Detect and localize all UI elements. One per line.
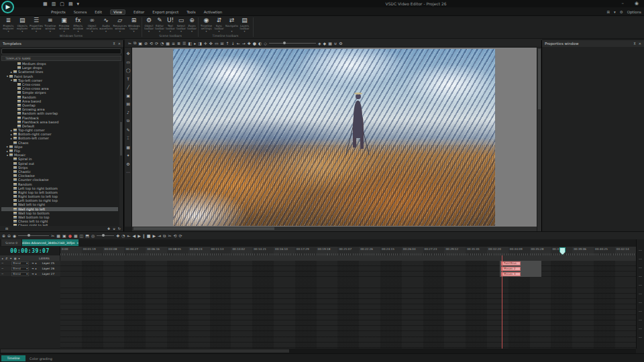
add-chart-icon[interactable]: ▦ (126, 145, 130, 149)
sync-toolbar-button[interactable]: ⇵Sync toolbar▾ (213, 16, 225, 32)
effects-window-button[interactable]: fxEffects window▾ (71, 16, 85, 32)
close-icon[interactable]: ✕ (639, 42, 641, 46)
text-toolbar-button[interactable]: U!Text toolbar▾ (165, 16, 176, 32)
zoom-fit-icon[interactable]: ◉ (13, 233, 16, 238)
scene-preview-image[interactable] (173, 49, 495, 226)
add-counter-icon[interactable]: ⌶ (127, 135, 129, 141)
zoom-toolbar-button[interactable]: ⊕Zoom toolbar▾ (186, 16, 197, 32)
go-end-icon[interactable]: ⇥ (158, 233, 161, 238)
save-project-icon[interactable]: ▦ (43, 1, 48, 7)
menu-item-activation[interactable]: Activation (204, 10, 223, 14)
copy-icon[interactable]: ⧉ (133, 40, 136, 46)
add-rectangle-icon[interactable]: ▭ (126, 60, 130, 64)
export-project-icon[interactable]: ▤ (68, 1, 73, 7)
zoom-slider-slider-thumb[interactable] (283, 42, 286, 44)
track-header-icon-0[interactable]: ▾ (19, 257, 20, 260)
track-header-icon-2[interactable]: ✦ (9, 257, 11, 260)
menu-item-tools[interactable]: Tools (186, 10, 196, 14)
minimize-button[interactable]: – (622, 1, 625, 6)
menu-item-view[interactable]: View (110, 9, 125, 15)
settings-icon[interactable]: ⚙ (339, 41, 342, 46)
contrast-icon[interactable]: ◐ (258, 41, 262, 46)
redo-icon[interactable]: ⟳ (155, 41, 158, 46)
track-collapse-icon[interactable]: − (1, 267, 3, 270)
dependencies-window-button[interactable]: ∞Object relations▾ (85, 16, 99, 32)
go-start-icon[interactable]: ⇤ (127, 233, 130, 238)
delete-icon[interactable]: ⊘ (144, 41, 148, 46)
arrow-right-icon[interactable]: → (242, 41, 246, 46)
add-line-icon[interactable]: ╱ (127, 84, 129, 89)
track-play-icon[interactable]: ▸ (36, 261, 37, 265)
blend-mode-select[interactable]: Blend▾ (11, 267, 29, 271)
collapse-tree-icon[interactable]: ⊟ (5, 227, 8, 231)
snap-icon[interactable]: ⊞ (221, 41, 224, 46)
add-effect-icon[interactable]: ✦ (126, 153, 129, 158)
menu-item-projects[interactable]: Projects (51, 10, 66, 14)
tool-settings-icon[interactable]: ⚙ (126, 162, 129, 166)
account-icon[interactable]: ◉ (635, 1, 639, 6)
track-header-icon-1[interactable]: ▦ (14, 257, 17, 260)
stop-icon[interactable]: ■ (147, 233, 151, 238)
options-button[interactable]: Options (627, 10, 641, 14)
zoom-out-icon[interactable]: ⊖ (7, 233, 11, 238)
cut-icon[interactable]: ✂ (128, 41, 131, 46)
trim-icon[interactable]: ⬒ (85, 233, 89, 238)
add-text-icon[interactable]: T (127, 76, 129, 81)
tab-close-icon[interactable]: ✕ (76, 241, 78, 245)
arrow-up-icon[interactable]: ↑ (226, 41, 229, 46)
windows-layout-button[interactable]: ⊞Windows layout▾ (127, 16, 141, 32)
navigation-toolbar-button[interactable]: ⇄Navigation▾ (225, 16, 238, 32)
timeline-horizontal-scrollbar[interactable] (0, 349, 636, 353)
tab-color-grading[interactable]: Color grading (30, 354, 52, 362)
scene-canvas[interactable] (132, 48, 537, 227)
add-audio-icon[interactable]: ♪ (127, 110, 129, 115)
tab-timeline[interactable]: Timeline (1, 355, 25, 361)
align-3-icon[interactable]: ☰ (182, 41, 186, 46)
resources-window-button[interactable]: ▱Resources window▾ (113, 16, 127, 32)
track-collapse-icon[interactable]: − (1, 261, 3, 265)
track-arrow-icon[interactable]: ↠ (32, 261, 34, 265)
shape-1-icon[interactable]: ◈ (318, 41, 321, 46)
canvas-horizontal-scrollbar[interactable] (132, 227, 537, 231)
add-freehand-icon[interactable]: ✎ (126, 127, 129, 132)
add-video-icon[interactable]: ▤ (126, 101, 130, 106)
zoom-in-icon[interactable]: ⊕ (2, 233, 5, 238)
timeline-grid[interactable] (60, 255, 636, 349)
align-left-icon[interactable]: ◧ (188, 41, 192, 46)
grid-icon[interactable]: ▦ (166, 41, 170, 46)
objects-explorer-button[interactable]: ▤Objects explorer▾ (15, 16, 30, 32)
new-project-icon[interactable]: ▢ (60, 1, 64, 7)
zoom-slider-slider-thumb[interactable] (28, 234, 30, 237)
pause-icon[interactable]: ‖ (143, 233, 145, 238)
position-icon[interactable]: ✜ (209, 41, 213, 46)
tab-scene-0[interactable]: Scene 0 (1, 239, 21, 246)
layout-icon[interactable]: ⊞ (606, 10, 610, 14)
insert-icon[interactable]: ▦ (74, 233, 78, 238)
next-frame-icon[interactable]: ▶ (152, 233, 156, 238)
grid-2-icon[interactable]: ▦ (328, 41, 332, 46)
close-icon[interactable]: ✕ (118, 42, 121, 46)
undo-tl-icon[interactable]: ⟲ (173, 233, 176, 238)
cut-clip-icon[interactable]: ✂ (51, 233, 54, 238)
clip-mosaic-3[interactable]: Mosaic 3 (501, 272, 521, 276)
history-icon[interactable]: ◔ (160, 41, 164, 46)
align-2-icon[interactable]: ≣ (177, 41, 180, 46)
track-header-icon-4[interactable]: ▸ (2, 257, 3, 260)
waveform-window-button[interactable]: ∿Audio waveform▾ (99, 16, 113, 32)
opacity-slider-slider-thumb[interactable] (102, 234, 105, 237)
split-icon[interactable]: ◫ (80, 233, 84, 238)
template-name-column-header[interactable]: TEMPLATE NAME (1, 56, 121, 61)
clip-paintbrus[interactable]: PaintBrus (501, 261, 521, 265)
shape-2-icon[interactable]: ◆ (323, 41, 327, 46)
blend-mode-select[interactable]: Blend▾ (11, 272, 29, 276)
align-1-icon[interactable]: ≡ (172, 41, 175, 46)
align-right-icon[interactable]: ◨ (198, 41, 202, 46)
effects-icon[interactable]: ◇ (264, 41, 267, 46)
timeline-window-button[interactable]: ≡Timeline window▾ (43, 16, 57, 32)
cut-fragment-icon[interactable]: ✂ (168, 233, 171, 238)
paste-icon[interactable]: ▣ (138, 41, 142, 46)
canvas-vertical-scrollbar[interactable] (537, 48, 541, 231)
object-toolbar-button[interactable]: ⚙Object toolbar▾ (144, 16, 154, 32)
track-arrow-icon[interactable]: ↠ (32, 272, 34, 276)
zoom-slider-slider[interactable] (269, 43, 316, 44)
